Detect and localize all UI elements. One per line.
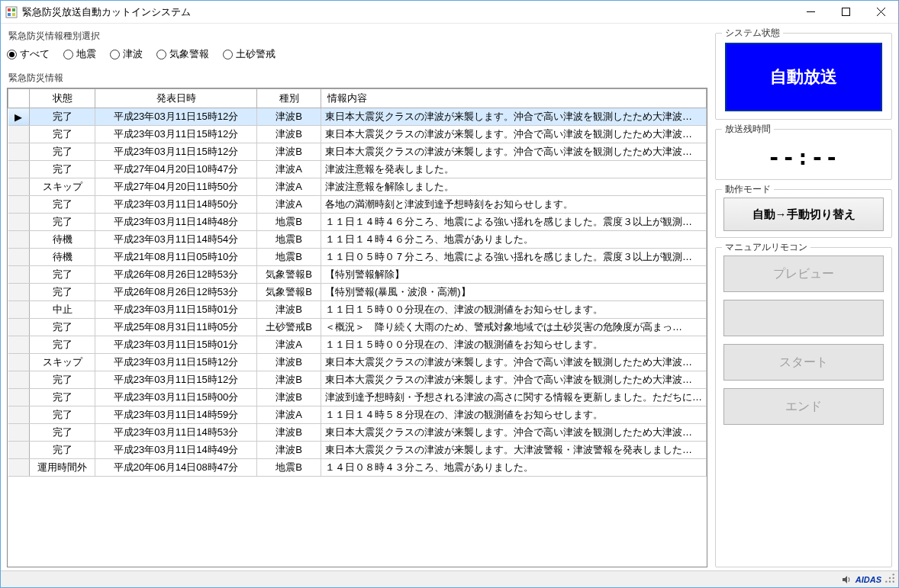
cell-content: 津波注意報を解除しました。: [321, 178, 707, 196]
cell-date: 平成23年03月11日14時50分: [95, 196, 257, 214]
cell-content: 津波到達予想時刻・予想される津波の高さに関する情報を更新しました。ただちに…: [321, 389, 707, 406]
table-row[interactable]: ▶完了平成23年03月11日15時12分津波B東日本大震災クラスの津波が来襲しま…: [8, 108, 707, 126]
resize-grip-icon[interactable]: [884, 573, 895, 586]
cell-date: 平成27年04月20日10時47分: [95, 161, 257, 178]
svg-rect-1: [8, 8, 11, 11]
close-button[interactable]: [863, 1, 898, 24]
table-row[interactable]: 完了平成23年03月11日14時59分津波A１１日１４時５８分現在の、津波の観測…: [8, 406, 707, 424]
filter-group-label: 緊急防災情報種別選択: [7, 30, 707, 44]
start-button[interactable]: スタート: [723, 344, 884, 381]
maximize-button[interactable]: [828, 1, 863, 24]
cell-type: 津波B: [257, 424, 321, 442]
filter-radio-2[interactable]: 津波: [110, 47, 143, 61]
table-row[interactable]: 完了平成23年03月11日15時12分津波B東日本大震災クラスの津波が来襲します…: [8, 143, 707, 161]
cell-type: 気象警報B: [257, 284, 321, 301]
end-button[interactable]: エンド: [723, 388, 884, 425]
cell-status: 完了: [30, 196, 95, 214]
header-content[interactable]: 情報内容: [321, 89, 707, 108]
cell-date: 平成23年03月11日15時00分: [95, 389, 257, 406]
cell-content: １１日１５時００分現在の、津波の観測値をお知らせします。: [321, 336, 707, 354]
svg-rect-3: [8, 13, 11, 16]
cell-content: 東日本大震災クラスの津波が来襲します。沖合で高い津波を観測したため大津波…: [321, 143, 707, 161]
cell-status: 完了: [30, 266, 95, 284]
mode-group: 動作モード 自動→手動切り替え: [715, 189, 892, 238]
data-table-container[interactable]: 状態 発表日時 種別 情報内容 ▶完了平成23年03月11日15時12分津波B東…: [7, 88, 707, 567]
cell-type: 津波B: [257, 389, 321, 406]
radio-label: 土砂警戒: [236, 47, 276, 61]
cell-date: 平成23年03月11日15時01分: [95, 336, 257, 354]
cell-content: 東日本大震災クラスの津波が来襲します。沖合で高い津波を観測したため大津波…: [321, 354, 707, 371]
table-row[interactable]: 待機平成23年03月11日14時54分地震B１１日１４時４６分ころ、地震がありま…: [8, 231, 707, 249]
radio-icon: [156, 50, 166, 59]
app-window: 緊急防災放送自動カットインシステム 緊急防災情報種別選択 すべて地震津波気象警報…: [0, 0, 899, 588]
filter-radio-0[interactable]: すべて: [7, 47, 50, 61]
cell-content: １１日１４時４６分ころ、地震がありました。: [321, 231, 707, 249]
filter-radio-1[interactable]: 地震: [63, 47, 96, 61]
cell-type: 津波B: [257, 143, 321, 161]
minimize-button[interactable]: [793, 1, 828, 24]
table-row[interactable]: 完了平成23年03月11日15時00分津波B津波到達予想時刻・予想される津波の高…: [8, 389, 707, 406]
cell-content: 東日本大震災クラスの津波が来襲します。沖合で高い津波を観測したため大津波…: [321, 371, 707, 389]
table-row[interactable]: 完了平成27年04月20日10時47分津波A津波注意報を発表しました。: [8, 161, 707, 178]
cell-type: 津波B: [257, 371, 321, 389]
system-status-group: システム状態 自動放送: [715, 33, 892, 120]
cell-type: 津波B: [257, 108, 321, 126]
blank-button[interactable]: [723, 300, 884, 336]
table-row[interactable]: 完了平成23年03月11日14時49分津波B東日本大震災クラスの津波が来襲します…: [8, 442, 707, 459]
svg-point-11: [893, 581, 894, 583]
cell-type: 土砂警戒B: [257, 319, 321, 336]
mode-switch-button[interactable]: 自動→手動切り替え: [723, 198, 884, 231]
table-row[interactable]: 中止平成23年03月11日15時01分津波B１１日１５時００分現在の、津波の観測…: [8, 301, 707, 319]
header-type[interactable]: 種別: [257, 89, 321, 108]
cell-status: 完了: [30, 442, 95, 459]
cell-date: 平成20年06月14日08時47分: [95, 459, 257, 477]
header-status[interactable]: 状態: [30, 89, 95, 108]
table-row[interactable]: 完了平成26年08月26日12時53分気象警報B【特別警報解除】: [8, 266, 707, 284]
cell-date: 平成26年08月26日12時53分: [95, 284, 257, 301]
row-marker: [8, 424, 30, 442]
cell-content: 【特別警報(暴風・波浪・高潮)】: [321, 284, 707, 301]
statusbar: AIDAS: [1, 570, 898, 587]
table-row[interactable]: 運用時間外平成20年06月14日08時47分地震B１４日０８時４３分ころ、地震が…: [8, 459, 707, 477]
table-row[interactable]: 完了平成23年03月11日14時53分津波B東日本大震災クラスの津波が来襲します…: [8, 424, 707, 442]
filter-radio-4[interactable]: 土砂警戒: [223, 47, 276, 61]
cell-date: 平成26年08月26日12時53分: [95, 266, 257, 284]
header-date[interactable]: 発表日時: [95, 89, 257, 108]
table-row[interactable]: 完了平成25年08月31日11時05分土砂警戒B＜概況＞ 降り続く大雨のため、警…: [8, 319, 707, 336]
speaker-icon: [842, 574, 852, 585]
cell-status: 待機: [30, 231, 95, 249]
table-row[interactable]: 完了平成26年08月26日12時53分気象警報B【特別警報(暴風・波浪・高潮)】: [8, 284, 707, 301]
cell-status: 完了: [30, 336, 95, 354]
cell-date: 平成25年08月31日11時05分: [95, 319, 257, 336]
table-row[interactable]: 待機平成21年08月11日05時10分地震B１１日０５時０７分ころ、地震による強…: [8, 249, 707, 266]
table-row[interactable]: スキップ平成23年03月11日15時12分津波B東日本大震災クラスの津波が来襲し…: [8, 354, 707, 371]
cell-type: 津波B: [257, 354, 321, 371]
svg-point-13: [885, 581, 887, 583]
remaining-time-group: 放送残時間 --:--: [715, 129, 892, 180]
cell-status: 完了: [30, 389, 95, 406]
table-row[interactable]: 完了平成23年03月11日15時12分津波B東日本大震災クラスの津波が来襲します…: [8, 126, 707, 143]
cell-status: 完了: [30, 406, 95, 424]
cell-date: 平成23年03月11日15時12分: [95, 143, 257, 161]
filter-radio-3[interactable]: 気象警報: [156, 47, 209, 61]
mode-label: 動作モード: [722, 183, 774, 196]
table-row[interactable]: 完了平成23年03月11日14時48分地震B１１日１４時４６分ころ、地震による強…: [8, 214, 707, 231]
cell-date: 平成23年03月11日14時48分: [95, 214, 257, 231]
cell-content: １１日１４時４６分ころ、地震による強い揺れを感じました。震度３以上が観測…: [321, 214, 707, 231]
cell-content: 東日本大震災クラスの津波が来襲します。沖合で高い津波を観測したため大津波…: [321, 424, 707, 442]
cell-type: 地震B: [257, 249, 321, 266]
cell-type: 津波A: [257, 196, 321, 214]
cell-date: 平成23年03月11日15時01分: [95, 301, 257, 319]
cell-type: 地震B: [257, 214, 321, 231]
table-row[interactable]: 完了平成23年03月11日15時12分津波B東日本大震災クラスの津波が来襲します…: [8, 371, 707, 389]
preview-button[interactable]: プレビュー: [723, 255, 884, 292]
cell-content: 【特別警報解除】: [321, 266, 707, 284]
remaining-time-label: 放送残時間: [722, 123, 774, 136]
system-status-display: 自動放送: [725, 43, 882, 111]
row-marker: [8, 354, 30, 371]
table-row[interactable]: 完了平成23年03月11日14時50分津波A各地の満潮時刻と津波到達予想時刻をお…: [8, 196, 707, 214]
table-row[interactable]: 完了平成23年03月11日15時01分津波A１１日１５時００分現在の、津波の観測…: [8, 336, 707, 354]
table-row[interactable]: スキップ平成27年04月20日11時50分津波A津波注意報を解除しました。: [8, 178, 707, 196]
cell-date: 平成27年04月20日11時50分: [95, 178, 257, 196]
svg-point-9: [893, 577, 894, 579]
